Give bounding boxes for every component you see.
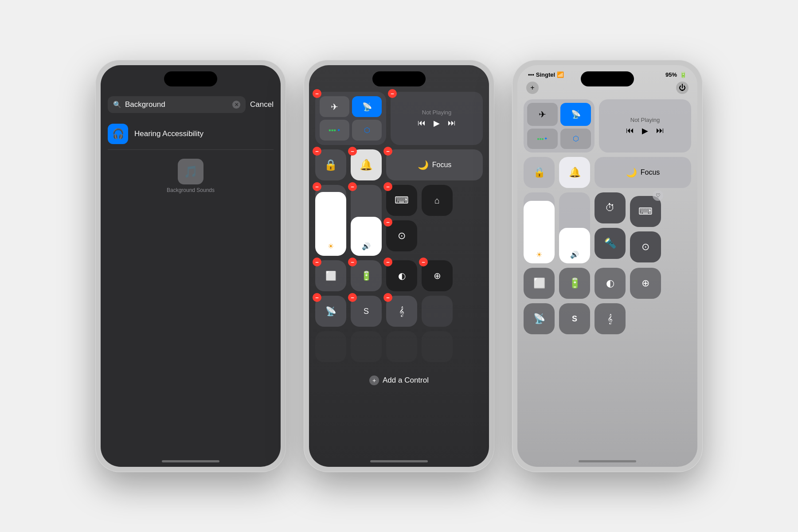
minus-badge-keypad[interactable]: − <box>383 182 392 191</box>
cc3-timer-icon: ⏱ <box>605 202 615 214</box>
cc3-moon-icon: 🌙 <box>626 167 637 178</box>
minus-badge-volume[interactable]: − <box>348 182 357 191</box>
cc3-shazam-tile[interactable]: S <box>559 303 590 334</box>
add-control-row[interactable]: + Add a Control <box>315 367 483 394</box>
screen-icon: ⬜ <box>325 270 336 281</box>
search-input-wrap[interactable]: 🔍 Background ✕ <box>108 96 246 113</box>
dynamic-island-3 <box>581 71 634 86</box>
battery-percent: 95% <box>665 71 677 78</box>
airplane-button[interactable]: ✈ <box>320 96 349 117</box>
minus-badge-remote[interactable]: − <box>313 293 321 302</box>
cc3-battery-tile[interactable]: 🔋 <box>559 268 590 299</box>
cc3-timer-tile[interactable]: ⏱ <box>595 192 626 223</box>
iphone-2: − ✈ 📡 ▪▪▪ ✦ ⬡ − <box>304 60 494 472</box>
cc3-airplane-button[interactable]: ✈ <box>527 103 558 126</box>
cc3-brightness-slider[interactable]: ☀ <box>524 192 555 263</box>
cc3-row-3: ☀ 🔊 ⏱ 🔦 ♡ <box>524 192 691 263</box>
minus-badge-network[interactable]: − <box>313 89 321 98</box>
add-control-icon: + <box>369 376 379 385</box>
minus-badge-camera[interactable]: − <box>383 218 392 227</box>
cc-plus-button[interactable]: + <box>526 82 539 94</box>
cc3-row-1: ✈ 📡 ▪▪▪ ✦ ⬡ Not Playing ⏮ ▶ ⏭ <box>524 99 691 153</box>
home-indicator-2 <box>370 460 428 462</box>
media-tile-wrap: − Not Playing ⏮ ▶ ⏭ <box>391 92 483 145</box>
search-value: Background <box>125 100 229 109</box>
cc3-cellular-button[interactable]: ▪▪▪ ✦ <box>527 129 558 149</box>
prev-button-2[interactable]: ⏮ <box>418 118 426 128</box>
cc3-battery-icon-tile: 🔋 <box>569 278 581 289</box>
cc3-screen-tile[interactable]: ⬜ <box>524 268 555 299</box>
cc3-mic-tile[interactable]: ⊕ <box>630 268 661 299</box>
shazam-tile-wrap: − S <box>351 296 382 327</box>
wifi-button[interactable]: 📡 <box>352 96 382 117</box>
next-button-2[interactable]: ⏭ <box>448 118 456 128</box>
search-clear-button[interactable]: ✕ <box>232 101 240 109</box>
remote-icon: 📡 <box>325 306 336 317</box>
cc3-bell-tile[interactable]: 🔔 <box>559 157 590 188</box>
cc3-remote-tile[interactable]: 📡 <box>524 303 555 334</box>
background-sounds-item[interactable]: 🎵 Background Sounds <box>101 150 281 199</box>
cc3-flashlight-tile[interactable]: 🔦 <box>595 228 626 259</box>
minus-badge-music[interactable]: − <box>383 293 392 302</box>
volume-slider[interactable]: 🔊 <box>351 185 382 256</box>
moon-icon-2: 🌙 <box>418 160 429 170</box>
cc3-wifi-button[interactable]: 📡 <box>560 103 591 126</box>
cc3-camera-tile[interactable]: ⊙ <box>630 231 661 262</box>
cc3-bell-icon: 🔔 <box>569 167 581 178</box>
play-button-2[interactable]: ▶ <box>434 118 440 128</box>
minus-badge-lock[interactable]: − <box>313 147 321 156</box>
minus-badge-access[interactable]: − <box>419 258 428 266</box>
battery-icon-status: 🔋 <box>680 71 687 78</box>
cc3-music-tile[interactable]: 𝄞 <box>595 303 626 334</box>
cc3-media-tile[interactable]: Not Playing ⏮ ▶ ⏭ <box>599 99 691 153</box>
cc3-small-col2: ♡ ⌨ ⊙ <box>630 192 661 263</box>
small-tiles-col: − ⌨ − ⊙ <box>386 185 417 256</box>
cc3-volume-slider[interactable]: 🔊 <box>559 192 590 263</box>
minus-badge-screen[interactable]: − <box>313 258 321 266</box>
cc-power-button[interactable]: ⏻ <box>676 82 688 94</box>
shazam-icon: S <box>364 307 369 316</box>
cc3-shazam-icon: S <box>572 314 577 324</box>
cc3-play-button[interactable]: ▶ <box>642 126 648 136</box>
battery-tile-wrap: − 🔋 <box>351 260 382 291</box>
minus-badge-bell[interactable]: − <box>348 147 357 156</box>
cc3-focus-tile[interactable]: 🌙 Focus <box>595 157 691 188</box>
cc3-dark-mode-tile[interactable]: ◐ <box>595 268 626 299</box>
home-icon: ⌂ <box>434 196 440 206</box>
media-controls: ⏮ ▶ ⏭ <box>418 118 456 128</box>
cc-row-3: − ☀ − 🔊 <box>315 185 483 256</box>
cc3-network-tile[interactable]: ✈ 📡 ▪▪▪ ✦ ⬡ <box>524 99 595 153</box>
hearing-accessibility-result[interactable]: 🎧 Hearing Accessibility <box>101 118 281 149</box>
volume-tile-wrap: − 🔊 <box>351 185 382 256</box>
brightness-slider[interactable]: ☀ <box>315 185 346 256</box>
home-indicator-1 <box>162 460 219 462</box>
cc3-prev-button[interactable]: ⏮ <box>626 126 634 135</box>
cancel-button[interactable]: Cancel <box>250 100 274 109</box>
network-tile[interactable]: ✈ 📡 ▪▪▪ ✦ ⬡ <box>315 92 386 145</box>
not-playing-label-3: Not Playing <box>630 117 660 123</box>
cc3-keypad-icon: ⌨ <box>638 206 653 217</box>
cc3-lock-tile[interactable]: 🔒 <box>524 157 555 188</box>
cc3-sun-icon: ☀ <box>536 250 542 259</box>
screen-tile-wrap: − ⬜ <box>315 260 346 291</box>
lock-tile-wrap: − 🔒 <box>315 149 346 180</box>
minus-badge-media[interactable]: − <box>388 89 397 98</box>
add-control-label: Add a Control <box>383 376 429 385</box>
focus-tile[interactable]: 🌙 Focus <box>386 149 483 180</box>
cc3-next-button[interactable]: ⏭ <box>656 126 664 135</box>
cc3-lock-icon: 🔒 <box>533 167 545 178</box>
bluetooth-button[interactable]: ⬡ <box>352 120 382 141</box>
bell-tile-wrap: − 🔔 <box>351 149 382 180</box>
signal-icon: ▪▪▪ <box>528 71 534 78</box>
cc3-row-5: 📡 S 𝄞 <box>524 303 691 334</box>
minus-badge-battery[interactable]: − <box>348 258 357 266</box>
media-tile[interactable]: Not Playing ⏮ ▶ ⏭ <box>391 92 483 145</box>
home-indicator-3 <box>579 460 636 462</box>
minus-badge-shazam[interactable]: − <box>348 293 357 302</box>
cellular-button[interactable]: ▪▪▪ ✦ <box>320 120 349 141</box>
cc3-bluetooth-button[interactable]: ⬡ <box>560 129 591 149</box>
minus-badge-focus[interactable]: − <box>383 147 392 156</box>
minus-badge-dark[interactable]: − <box>383 258 392 266</box>
music-note-icon: 𝄞 <box>399 306 404 317</box>
minus-badge-brightness[interactable]: − <box>313 182 321 191</box>
